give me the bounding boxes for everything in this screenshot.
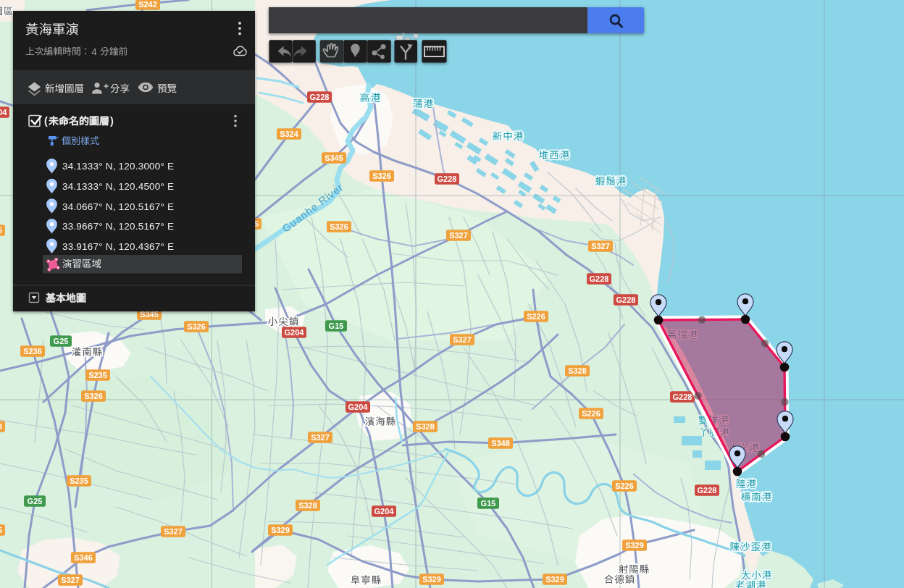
svg-text:S329: S329 [625,541,644,550]
svg-text:S348: S348 [491,439,510,448]
svg-text:S327: S327 [449,231,468,240]
svg-text:S236: S236 [23,347,42,356]
svg-text:S242: S242 [138,0,157,9]
svg-text:S346: S346 [74,553,93,562]
svg-text:G25: G25 [28,497,43,505]
svg-text:S327: S327 [164,527,183,536]
svg-text:S328: S328 [298,501,317,510]
svg-text:S327: S327 [591,242,610,251]
svg-text:G204: G204 [285,328,305,337]
svg-text:G204: G204 [0,108,7,117]
svg-text:S328: S328 [416,422,435,431]
svg-text:34.1333° N, 120.4500° E: 34.1333° N, 120.4500° E [62,181,174,192]
svg-text:34.1333° N, 120.3000° E: 34.1333° N, 120.3000° E [62,161,174,172]
svg-text:S345: S345 [325,154,343,162]
svg-text:S327: S327 [311,433,330,442]
svg-text:S345: S345 [0,226,2,235]
svg-text:S235: S235 [70,476,88,485]
svg-text:S327: S327 [61,576,80,584]
svg-text:G15: G15 [481,499,496,508]
svg-text:G204: G204 [374,507,395,516]
svg-text:S329: S329 [271,526,290,534]
svg-text:4: 4 [92,46,97,57]
svg-text:34.0667° N, 120.5167° E: 34.0667° N, 120.5167° E [62,201,174,212]
svg-text:S226: S226 [582,409,600,418]
svg-text:(: ( [44,115,48,127]
svg-text:S235: S235 [88,371,107,379]
svg-text:G15: G15 [329,322,344,330]
svg-text:S226: S226 [527,312,545,321]
svg-text:33.9667° N, 120.5167° E: 33.9667° N, 120.5167° E [62,221,174,232]
svg-text:G25: G25 [54,337,69,345]
svg-text:S326: S326 [84,392,103,400]
svg-text:G228: G228 [698,486,717,495]
svg-text:G228: G228 [616,295,636,304]
svg-text:S233: S233 [0,422,2,431]
svg-text:S329: S329 [545,575,564,584]
svg-text:): ) [110,115,114,127]
svg-text:G228: G228 [310,93,330,101]
svg-text:33.9167° N, 120.4367° E: 33.9167° N, 120.4367° E [62,241,174,252]
svg-text:G228: G228 [590,274,609,283]
svg-text:S326: S326 [330,222,348,231]
svg-text:S326: S326 [187,322,206,331]
svg-text:S327: S327 [453,335,472,344]
svg-text:G204: G204 [348,403,369,411]
svg-text:S226: S226 [615,482,634,490]
svg-text:G228: G228 [438,175,457,183]
svg-text:S324: S324 [280,130,299,138]
svg-text:S235: S235 [0,526,2,534]
svg-text:S326: S326 [372,172,391,180]
svg-text:G228: G228 [673,392,692,401]
svg-text:S328: S328 [568,366,587,375]
svg-text:S329: S329 [422,575,441,584]
